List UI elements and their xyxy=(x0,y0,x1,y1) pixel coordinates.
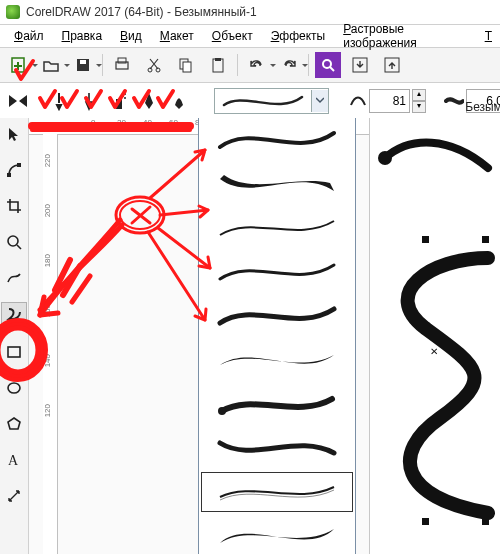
preset-item-10[interactable] xyxy=(199,514,355,554)
print-button[interactable] xyxy=(109,52,135,78)
pick-tool[interactable] xyxy=(2,122,26,146)
ruler-vertical[interactable]: 220 200 180 160 140 120 xyxy=(43,134,58,554)
svg-point-26 xyxy=(218,407,226,415)
polygon-icon xyxy=(6,416,22,432)
brush-icon xyxy=(80,91,98,111)
ruler-tick: 140 xyxy=(43,354,52,367)
preset-item-2[interactable] xyxy=(199,162,355,206)
menu-file-label: айл xyxy=(23,29,43,43)
svg-point-18 xyxy=(124,93,126,95)
ruler-tick: 60 xyxy=(169,118,178,127)
preview-canvas[interactable]: ✕ xyxy=(370,118,500,554)
menu-edit[interactable]: Правка xyxy=(54,27,111,45)
svg-point-13 xyxy=(323,60,331,68)
expression-subtool-button[interactable] xyxy=(165,87,193,115)
smoothing-input[interactable] xyxy=(369,89,410,113)
preset-stroke-combo[interactable] xyxy=(214,88,329,114)
undo-button[interactable] xyxy=(244,52,270,78)
save-icon xyxy=(75,57,91,73)
paste-icon xyxy=(209,56,227,74)
freehand-tool[interactable] xyxy=(2,266,26,290)
import-button[interactable] xyxy=(347,52,373,78)
ruler-tick: 180 xyxy=(43,254,52,267)
ruler-tick: 160 xyxy=(43,304,52,317)
preset-item-8[interactable] xyxy=(199,426,355,470)
ruler-tick: 40 xyxy=(143,118,152,127)
artistic-media-tool[interactable] xyxy=(1,302,27,328)
menu-view-label: ид xyxy=(128,29,142,43)
svg-rect-4 xyxy=(80,60,86,64)
open-button[interactable] xyxy=(38,52,64,78)
undo-icon xyxy=(248,58,266,72)
window-title: CorelDRAW 2017 (64-Bit) - Безымянный-1 xyxy=(26,5,257,19)
ellipse-tool[interactable] xyxy=(2,376,26,400)
ruler-tick: 0 xyxy=(91,118,95,127)
separator xyxy=(308,54,309,76)
preset-item-6[interactable] xyxy=(199,338,355,382)
search-content-button[interactable] xyxy=(315,52,341,78)
crop-tool[interactable] xyxy=(2,194,26,218)
preset-combo-preview xyxy=(215,90,311,112)
svg-rect-21 xyxy=(17,163,21,167)
cut-button[interactable] xyxy=(141,52,167,78)
preset-subtool-button[interactable] xyxy=(45,87,73,115)
preset-item-9[interactable] xyxy=(199,470,355,514)
text-tool[interactable]: A xyxy=(2,448,26,472)
brush-subtool-button[interactable] xyxy=(75,87,103,115)
svg-text:✕: ✕ xyxy=(430,346,438,357)
polygon-tool[interactable] xyxy=(2,412,26,436)
shape-tool[interactable] xyxy=(2,158,26,182)
ruler-tick: 220 xyxy=(43,154,52,167)
preset-item-1[interactable] xyxy=(199,118,355,162)
preset-item-5[interactable] xyxy=(199,294,355,338)
menu-edit-label: равка xyxy=(70,29,102,43)
menu-layout[interactable]: Макет xyxy=(152,27,202,45)
preset-stroke-dropdown-list[interactable] xyxy=(198,118,356,554)
menu-object[interactable]: Объект xyxy=(204,27,261,45)
redo-button[interactable] xyxy=(276,52,302,78)
export-button[interactable] xyxy=(379,52,405,78)
parallel-dimension-tool[interactable] xyxy=(2,484,26,508)
freehand-smoothing-field: ▴▾ xyxy=(349,89,426,113)
svg-rect-29 xyxy=(482,236,489,243)
menu-view[interactable]: Вид xyxy=(112,27,150,45)
expression-icon xyxy=(170,91,188,111)
mirror-horizontal-button[interactable] xyxy=(6,87,30,115)
up-arrow-icon[interactable]: ▴ xyxy=(412,89,426,101)
preset-stroke-icon xyxy=(50,91,68,111)
preset-item-7[interactable] xyxy=(199,382,355,426)
redo-icon xyxy=(280,58,298,72)
paste-button[interactable] xyxy=(205,52,231,78)
calligraphic-subtool-button[interactable] xyxy=(135,87,163,115)
copy-button[interactable] xyxy=(173,52,199,78)
save-button[interactable] xyxy=(70,52,96,78)
svg-rect-2 xyxy=(14,65,22,67)
ruler-origin[interactable] xyxy=(29,118,58,135)
freehand-icon xyxy=(6,270,22,286)
smoothing-spinner[interactable]: ▴▾ xyxy=(412,89,426,113)
zoom-tool[interactable] xyxy=(2,230,26,254)
artistic-media-icon xyxy=(5,306,23,324)
search-icon xyxy=(320,57,336,73)
stroke-width-icon xyxy=(444,94,464,108)
app-logo-icon xyxy=(6,5,20,19)
svg-rect-23 xyxy=(8,347,20,357)
sprayer-subtool-button[interactable] xyxy=(105,87,133,115)
document-tab-label: Безым xyxy=(465,100,500,114)
separator xyxy=(237,54,238,76)
new-doc-button[interactable] xyxy=(6,52,32,78)
menu-text[interactable]: Т xyxy=(477,27,500,45)
menu-file[interactable]: Файл xyxy=(6,27,52,45)
open-folder-icon xyxy=(42,56,60,74)
print-icon xyxy=(113,56,131,74)
ruler-tick: 20 xyxy=(117,118,126,127)
menu-effects[interactable]: Эффекты xyxy=(263,27,334,45)
rectangle-tool[interactable] xyxy=(2,340,26,364)
down-arrow-icon[interactable]: ▾ xyxy=(412,101,426,113)
preset-item-4[interactable] xyxy=(199,250,355,294)
menu-bitmaps[interactable]: Растровые изображения xyxy=(335,20,474,52)
rectangle-icon xyxy=(6,344,22,360)
preset-combo-dropdown-button[interactable] xyxy=(311,90,328,112)
sprayer-icon xyxy=(110,91,128,111)
preset-item-3[interactable] xyxy=(199,206,355,250)
